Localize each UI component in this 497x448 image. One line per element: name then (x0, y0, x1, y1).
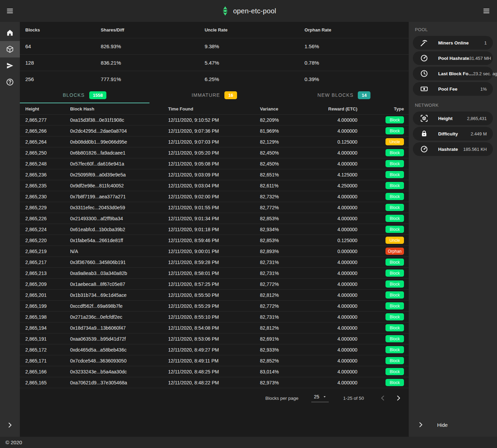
time-cell: 12/11/2020, 9:03:04 PM (164, 183, 255, 188)
stat-label: Pool Fee (438, 87, 457, 92)
stats-cell: 836.21% (95, 55, 199, 71)
sidebar-item-blocks[interactable] (0, 41, 20, 57)
variance-cell: 82,731% (255, 260, 295, 265)
table-row: 2,865,2240x61eabfcd...1b0cba39b212/11/20… (20, 224, 409, 235)
table-row: 2,865,2640xb08dd0b1...99e066d95e12/11/20… (20, 136, 409, 147)
reward-cell: 4.000000 (295, 369, 363, 374)
time-cell: 12/11/2020, 9:03:09 PM (164, 172, 255, 177)
type-badge: Uncle (385, 138, 404, 145)
type-badge: Block (385, 149, 404, 156)
variance-cell: 82,731% (255, 271, 295, 276)
time-cell: 12/11/2020, 8:49:27 PM (164, 347, 255, 353)
type-badge: Block (385, 291, 404, 299)
type-cell: Block (363, 368, 409, 375)
type-cell: Block (363, 302, 409, 309)
stats-cell: 5.47% (199, 55, 299, 71)
type-cell: Block (363, 116, 409, 123)
tab-immature[interactable]: IMMATURE16 (149, 88, 279, 103)
type-cell: Block (363, 215, 409, 222)
chevron-right-icon (417, 421, 424, 429)
time-cell: 12/11/2020, 8:53:06 PM (164, 336, 255, 342)
time-cell: 12/11/2020, 9:07:03 PM (164, 139, 255, 145)
stat-item: Last Block Fo…23.2 sec. ago (413, 67, 493, 80)
time-cell: 12/11/2020, 8:49:11 PM (164, 358, 255, 364)
height-cell: 2,865,230 (20, 194, 65, 199)
variance-cell: 82,852% (255, 358, 295, 364)
stat-label: Last Block Fo… (438, 71, 473, 76)
table-row: 2,865,2500x6b801826...fa9adcaee112/11/20… (20, 147, 409, 158)
variance-cell: 82,450% (255, 161, 295, 167)
variance-cell: 82,812% (255, 292, 295, 298)
type-cell: Uncle (363, 138, 409, 145)
right-menu-button[interactable] (479, 4, 494, 18)
table-row: 2,865,2010x1b31b734...69c1d45ace12/11/20… (20, 290, 409, 301)
sidebar-item-home[interactable] (0, 25, 20, 41)
hash-cell: 0x1aebeca8...8f67c05e87 (65, 281, 164, 287)
stat-value: 2.449 M (471, 131, 487, 136)
type-cell: Block (363, 149, 409, 156)
stat-label: Pool Hashrate (438, 56, 469, 61)
variance-cell: 82,812% (255, 325, 295, 331)
app-header: open-etc-pool (0, 0, 497, 22)
tab-count-badge: 1558 (89, 91, 107, 99)
help-icon (6, 78, 14, 86)
stat-value: 1 (484, 40, 487, 45)
type-badge: Orphan (385, 248, 404, 255)
variance-cell: 82,893% (255, 249, 295, 254)
left-sidebar (0, 22, 20, 437)
stat-item: Miners Online1 (413, 36, 493, 50)
hash-cell: 0x3233243e...b5a4aa30dc (65, 369, 164, 374)
stats-cell: 0.39% (299, 71, 409, 88)
stats-cell: 1.56% (299, 38, 409, 55)
height-cell: 2,865,229 (20, 205, 65, 210)
pickaxe-icon (420, 39, 428, 47)
sidebar-item-help[interactable] (0, 74, 20, 90)
time-cell: 12/11/2020, 8:57:25 PM (164, 281, 255, 287)
table-row: 2,865,2130xa9a8eab3...03a340a82b12/11/20… (20, 268, 409, 279)
height-cell: 2,865,199 (20, 303, 65, 309)
time-cell: 12/11/2020, 9:01:55 PM (164, 205, 255, 210)
table-row: 2,865,2290x3311efec...20453d0e5912/11/20… (20, 202, 409, 213)
height-cell: 2,865,198 (20, 314, 65, 320)
reward-cell: 4.000000 (295, 380, 363, 385)
hash-cell: 0x21493300...af2ff9ba34 (65, 216, 164, 221)
time-cell: 12/11/2020, 8:48:25 PM (164, 369, 255, 374)
hash-cell: 0x1fabe54a...2661de81ff (65, 238, 164, 243)
type-cell: Block (363, 127, 409, 134)
menu-button[interactable] (3, 4, 17, 18)
blocks-tabs: BLOCKS1558IMMATURE16NEW BLOCKS14 (20, 88, 409, 103)
tab-blocks[interactable]: BLOCKS1558 (20, 88, 149, 103)
type-badge: Block (385, 171, 404, 178)
type-cell: Block (363, 379, 409, 386)
hash-cell: 0xa9a8eab3...03a340a82b (65, 271, 164, 276)
tab-new-blocks[interactable]: NEW BLOCKS14 (279, 88, 409, 103)
table-row: 2,865,2360x25095f69...a0d39e9e5a12/11/20… (20, 169, 409, 180)
chevron-right-icon (6, 421, 14, 429)
variance-cell: 82,772% (255, 281, 295, 287)
table-row: 2,865,2300x7b8f7199...aea377a27112/11/20… (20, 191, 409, 202)
page-size-select[interactable]: 25 (311, 394, 329, 402)
stats-cell: 64 (20, 38, 95, 55)
time-cell: 12/11/2020, 9:01:18 PM (164, 227, 255, 232)
height-cell: 2,865,226 (20, 216, 65, 221)
table-row: 2,865,2260x21493300...af2ff9ba3412/11/20… (20, 213, 409, 224)
type-badge: Uncle (385, 237, 404, 244)
table-row: 2,865,219N/A12/11/2020, 9:00:01 PM82,893… (20, 246, 409, 257)
time-cell: 12/11/2020, 9:01:34 PM (164, 216, 255, 221)
sidebar-item-payments[interactable] (0, 57, 20, 74)
blocks-table: 2,865,2770xa15d3f38...0e31f1908c12/11/20… (20, 115, 409, 388)
sidebar-expand-button[interactable] (0, 420, 20, 430)
hide-sidebar-button[interactable]: Hide (409, 420, 497, 430)
reward-cell: 4.000000 (295, 336, 363, 342)
reward-cell: 4.000000 (295, 314, 363, 320)
hash-cell: 0x1b31b734...69c1d45ace (65, 292, 164, 298)
prev-page-button[interactable] (378, 394, 387, 403)
next-page-button[interactable] (394, 394, 403, 403)
brand: open-etc-pool (221, 6, 276, 16)
type-badge: Block (385, 116, 404, 123)
stats-cell: 256 (20, 71, 95, 88)
time-cell: 12/11/2020, 9:00:01 PM (164, 249, 255, 254)
type-cell: Orphan (363, 248, 409, 255)
stats-header-cell: Orphan Rate (299, 22, 409, 38)
height-cell: 2,865,220 (20, 238, 65, 243)
